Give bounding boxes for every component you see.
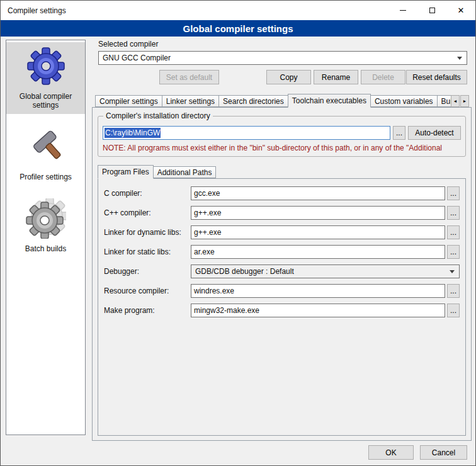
program-files-panel: C compiler: gcc.exe ... C++ compiler: g+… [98,178,466,436]
bin-subdirectory-note: NOTE: All programs must exist either in … [103,144,461,152]
installation-directory-group-title: Compiler's installation directory [103,111,213,120]
settings-category-list: Global compiler settings Profiler settin… [6,40,86,435]
static-linker-value: ar.exe [194,247,215,256]
selected-compiler-label: Selected compiler [98,40,467,48]
dialog-body: Global compiler settings Profiler settin… [1,37,475,465]
installation-directory-browse-button[interactable]: ... [393,126,405,140]
tab-linker-settings[interactable]: Linker settings [162,95,219,107]
tab-build[interactable]: Buil [437,95,451,107]
make-program-value: mingw32-make.exe [194,306,259,315]
close-button[interactable]: ✕ [446,1,475,20]
installation-directory-row: C:\raylib\MinGW ... Auto-detect [103,126,461,140]
set-as-default-button[interactable]: Set as default [159,70,219,84]
delete-button[interactable]: Delete [361,70,405,84]
program-files-tab-strip: Program Files Additional Paths [98,164,466,178]
dialog-footer: OK Cancel [368,445,467,460]
dynamic-linker-label: Linker for dynamic libs: [104,228,191,237]
window-controls: ✕ [388,1,475,20]
tab-scroll-arrows: ◄ ► [451,95,469,107]
field-row: C++ compiler: g++.exe ... [104,206,460,220]
cancel-button[interactable]: Cancel [420,445,467,460]
reset-defaults-button[interactable]: Reset defaults [406,70,467,84]
maximize-icon [429,8,435,13]
sidebar-item-global-compiler-settings[interactable]: Global compiler settings [6,42,85,114]
chevron-down-icon [457,57,462,62]
ok-button[interactable]: OK [368,445,414,460]
subtab-additional-paths[interactable]: Additional Paths [153,166,217,178]
make-program-label: Make program: [104,306,191,315]
selected-compiler-section: Selected compiler GNU GCC Compiler Set a… [92,40,472,84]
auto-detect-button[interactable]: Auto-detect [408,126,461,140]
resource-compiler-value: windres.exe [194,287,234,295]
resource-compiler-input[interactable]: windres.exe [191,284,445,298]
dialog-title: Global compiler settings [183,23,293,34]
field-row: Debugger: GDB/CDB debugger : Default [104,264,460,278]
sidebar-item-label: Global compiler settings [8,92,83,110]
c-compiler-value: gcc.exe [194,189,220,198]
installation-directory-group: Compiler's installation directory C:\ray… [98,116,466,157]
sidebar-item-label: Profiler settings [20,173,72,181]
field-row: C compiler: gcc.exe ... [104,186,460,200]
cpp-compiler-input[interactable]: g++.exe [191,206,445,220]
subtab-program-files[interactable]: Program Files [98,165,154,179]
minimize-icon [400,10,406,11]
minimize-button[interactable] [388,1,417,20]
resource-compiler-label: Resource compiler: [104,287,191,295]
cpp-compiler-value: g++.exe [194,208,221,217]
field-row: Linker for static libs: ar.exe ... [104,245,460,259]
cpp-compiler-label: C++ compiler: [104,208,191,217]
settings-tab-strip: Compiler settings Linker settings Search… [92,93,472,107]
sidebar-item-label: Batch builds [25,244,66,253]
make-program-input[interactable]: mingw32-make.exe [191,304,445,317]
resource-compiler-browse-button[interactable]: ... [447,284,460,298]
blue-gear-icon [26,46,66,86]
field-row: Linker for dynamic libs: g++.exe ... [104,225,460,239]
rename-button[interactable]: Rename [314,70,358,84]
static-linker-label: Linker for static libs: [104,247,191,256]
compiler-settings-window: Compiler settings ✕ Global compiler sett… [0,0,476,466]
tab-search-directories[interactable]: Search directories [218,95,288,107]
close-icon: ✕ [458,6,465,14]
static-linker-input[interactable]: ar.exe [191,245,445,259]
installation-directory-input[interactable]: C:\raylib\MinGW [103,126,390,140]
sidebar-item-batch-builds[interactable]: Batch builds [6,195,85,258]
dynamic-linker-browse-button[interactable]: ... [447,225,460,239]
compiler-select[interactable]: GNU GCC Compiler [98,51,467,65]
toolchain-executables-panel: Compiler's installation directory C:\ray… [92,107,472,441]
maximize-button[interactable] [417,1,446,20]
c-compiler-input[interactable]: gcc.exe [191,186,445,200]
tab-toolchain-executables[interactable]: Toolchain executables [288,94,371,108]
compiler-buttons-row: Set as default Copy Rename Delete Reset … [98,70,467,84]
dialog-header: Global compiler settings [1,20,475,37]
tab-scroll-left-button[interactable]: ◄ [451,95,460,107]
field-row: Resource compiler: windres.exe ... [104,284,460,298]
tab-scroll-right-button[interactable]: ► [460,95,469,107]
sidebar-item-profiler-settings[interactable]: Profiler settings [6,123,85,186]
debugger-label: Debugger: [104,267,191,276]
gray-gear-stack-icon [26,198,66,239]
compiler-select-value: GNU GCC Compiler [103,54,171,62]
copy-button[interactable]: Copy [266,70,311,84]
main-panel: Selected compiler GNU GCC Compiler Set a… [92,40,472,441]
tab-compiler-settings[interactable]: Compiler settings [95,95,162,107]
chevron-down-icon [450,270,455,276]
window-title: Compiler settings [8,6,66,15]
tab-custom-variables[interactable]: Custom variables [370,95,438,107]
static-linker-browse-button[interactable]: ... [447,245,460,259]
hammer-icon [26,127,66,167]
c-compiler-browse-button[interactable]: ... [447,186,460,200]
cpp-compiler-browse-button[interactable]: ... [447,206,460,220]
debugger-select[interactable]: GDB/CDB debugger : Default [191,264,460,278]
installation-directory-value: C:\raylib\MinGW [105,128,161,138]
dynamic-linker-value: g++.exe [194,228,221,237]
make-program-browse-button[interactable]: ... [447,304,460,317]
c-compiler-label: C compiler: [104,189,191,198]
dynamic-linker-input[interactable]: g++.exe [191,225,445,239]
titlebar: Compiler settings ✕ [1,1,475,20]
debugger-select-value: GDB/CDB debugger : Default [195,267,294,276]
field-row: Make program: mingw32-make.exe ... [104,304,460,317]
